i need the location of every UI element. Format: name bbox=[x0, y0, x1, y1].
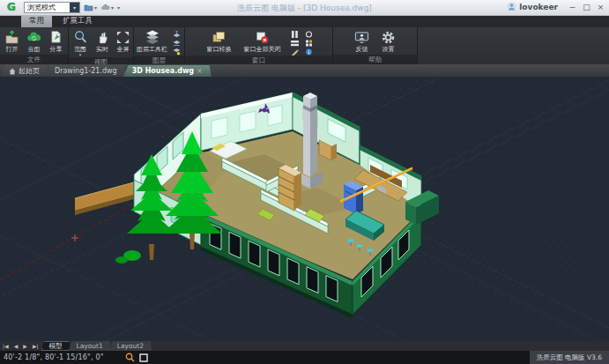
feedback-icon bbox=[354, 29, 370, 45]
mode-select[interactable]: 浏览模式 ▾ bbox=[24, 2, 80, 13]
layout-prev-button[interactable]: ◀ bbox=[11, 343, 21, 349]
layer-light-button[interactable] bbox=[171, 48, 183, 56]
ribbon-tab-common[interactable]: 常用 bbox=[21, 15, 52, 27]
drawing-canvas[interactable] bbox=[0, 77, 609, 341]
layer-toolbar-button[interactable]: 图层工具栏 bbox=[135, 28, 170, 54]
settings-button[interactable]: 设置 bbox=[375, 28, 402, 54]
user-name: lovokeer bbox=[519, 3, 558, 11]
folder-icon bbox=[84, 4, 93, 11]
ribbon-tab-bar: 常用 扩展工具 bbox=[0, 16, 609, 27]
tile-vertical-icon[interactable] bbox=[289, 30, 301, 38]
ribbon-group-window: 窗口转换 窗口全部关闭 bbox=[185, 27, 333, 64]
minimize-button[interactable]: − bbox=[566, 2, 579, 13]
bookshelf bbox=[279, 165, 301, 211]
cloud-drawing-button[interactable]: 云图 bbox=[23, 28, 45, 54]
ribbon-group-layer: 图层工具栏 图层 bbox=[134, 27, 185, 64]
caret-down-icon: ▾ bbox=[94, 4, 97, 11]
home-icon bbox=[9, 68, 16, 75]
close-button[interactable]: × bbox=[594, 2, 607, 13]
layout-next-button[interactable]: ▶ bbox=[20, 343, 30, 349]
mode-select-value: 浏览模式 bbox=[27, 4, 56, 11]
tile-horizontal-icon[interactable] bbox=[289, 39, 301, 47]
open-folder-icon bbox=[4, 29, 20, 45]
share-button[interactable]: 分享 bbox=[45, 28, 67, 54]
document-tab-bar: 起始页 Drawing1-21.dwg 3D Housea.dwg × bbox=[0, 64, 609, 77]
info-icon[interactable] bbox=[303, 48, 316, 56]
maximize-button[interactable]: □ bbox=[580, 2, 593, 13]
fullscreen-button[interactable]: 全屏 bbox=[114, 28, 133, 54]
status-bar: 40'-2 1/8", 80'-1 15/16", 0" 浩辰云图 电脑版 V3… bbox=[0, 351, 609, 364]
tab-start-page[interactable]: 起始页 bbox=[0, 65, 48, 77]
grid-tool-icon[interactable] bbox=[303, 39, 316, 47]
fullscreen-arrows-icon bbox=[115, 29, 131, 45]
extents-caret-icon[interactable]: ▾ bbox=[79, 53, 82, 56]
mode-select-caret-icon[interactable]: ▾ bbox=[70, 3, 79, 12]
coordinate-readout: 40'-2 1/8", 80'-1 15/16", 0" bbox=[0, 353, 104, 361]
tab-3d-housea[interactable]: 3D Housea.dwg × bbox=[123, 65, 212, 77]
ribbon-tab-extended-tools[interactable]: 扩展工具 bbox=[55, 15, 100, 27]
feedback-button[interactable]: 反馈 bbox=[349, 28, 375, 54]
group-label-file: 文件 bbox=[0, 55, 68, 64]
ribbon-empty-space bbox=[418, 27, 609, 64]
caret-down-icon: ▾ bbox=[111, 4, 114, 11]
quick-cloud-button[interactable]: ▾ bbox=[100, 4, 114, 11]
zoom-extents-button[interactable]: 范围 ▾ bbox=[70, 28, 92, 57]
hand-icon bbox=[94, 29, 110, 45]
layout-last-button[interactable]: ▶| bbox=[30, 343, 41, 349]
ribbon-group-view: 范围 ▾ 实时 全屏 视图 bbox=[69, 27, 134, 64]
title-bar: G 浏览模式 ▾ ▾ ▾ ▾ 浩辰云图 电脑版 - [3D Housea.dwg… bbox=[0, 0, 609, 16]
ribbon-group-file: 打开 云图 分享 文件 bbox=[0, 27, 69, 64]
cloud-icon bbox=[100, 4, 110, 11]
cloud-sync-icon bbox=[26, 29, 42, 45]
window-controls: − □ × bbox=[566, 2, 607, 13]
3d-house-model bbox=[0, 77, 609, 341]
user-avatar-icon bbox=[507, 2, 516, 11]
user-account[interactable]: lovokeer bbox=[507, 2, 558, 11]
layout-tab-layout2[interactable]: Layout2 bbox=[109, 341, 152, 351]
quick-open-button[interactable]: ▾ bbox=[84, 4, 97, 11]
group-label-help: 帮助 bbox=[333, 55, 417, 64]
layout-tab-layout1[interactable]: Layout1 bbox=[69, 341, 111, 351]
close-all-windows-icon bbox=[255, 29, 271, 45]
bush bbox=[115, 250, 141, 264]
tab-close-icon[interactable]: × bbox=[197, 67, 203, 75]
tab-drawing1[interactable]: Drawing1-21.dwg bbox=[46, 65, 126, 77]
ribbon: 打开 云图 分享 文件 范 bbox=[0, 27, 609, 64]
cad-application-window: G 浏览模式 ▾ ▾ ▾ ▾ 浩辰云图 电脑版 - [3D Housea.dwg… bbox=[0, 0, 609, 364]
frame-tool-icon[interactable] bbox=[139, 353, 148, 362]
layers-icon bbox=[145, 29, 160, 45]
window-extra-buttons bbox=[302, 28, 316, 56]
circle-tool-icon[interactable] bbox=[303, 30, 316, 38]
magnifier-icon bbox=[72, 29, 88, 45]
quick-access-overflow-button[interactable]: ▾ bbox=[117, 4, 120, 11]
find-tool-icon[interactable] bbox=[125, 353, 135, 362]
window-switch-icon bbox=[212, 29, 227, 45]
app-logo-icon[interactable]: G bbox=[3, 1, 20, 14]
ribbon-group-help: 反馈 设置 帮助 bbox=[333, 27, 418, 64]
settings-gear-icon bbox=[381, 29, 397, 45]
share-file-icon bbox=[48, 29, 64, 45]
cascade-windows-icon[interactable] bbox=[289, 48, 301, 56]
version-badge: 浩辰云图 电脑版 V3.6 bbox=[530, 351, 609, 364]
layout-first-button[interactable]: |◀ bbox=[0, 343, 11, 349]
window-switch-button[interactable]: 窗口转换 bbox=[202, 28, 237, 54]
layer-up-button[interactable] bbox=[171, 30, 183, 38]
close-all-windows-button[interactable]: 窗口全部关闭 bbox=[237, 28, 288, 54]
layout-tab-bar: |◀ ◀ ▶ ▶| 模型 Layout1 Layout2 bbox=[0, 341, 609, 351]
open-button[interactable]: 打开 bbox=[1, 28, 23, 54]
layer-small-buttons bbox=[170, 28, 184, 56]
layout-tab-model[interactable]: 模型 bbox=[41, 341, 71, 351]
window-arrange-buttons bbox=[288, 28, 302, 56]
pan-realtime-button[interactable]: 实时 bbox=[92, 28, 114, 54]
fridge bbox=[344, 181, 363, 214]
layer-move-button[interactable] bbox=[171, 39, 183, 47]
